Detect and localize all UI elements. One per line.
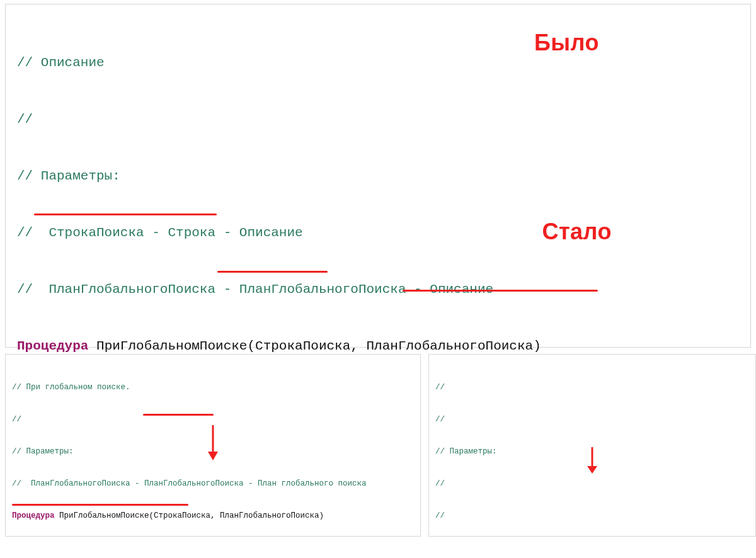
underline-annotation	[34, 214, 217, 215]
code-line: //	[17, 110, 739, 129]
svg-marker-1	[208, 452, 218, 460]
underline-annotation	[217, 271, 328, 273]
code-line: //	[435, 382, 749, 393]
example-panel-left: // При глобальном поиске. // // Параметр…	[5, 354, 421, 537]
code-line: // Описание	[17, 54, 739, 72]
example-panel-right: // // // Параметры: // // // СтрокаПоиск…	[428, 354, 756, 537]
code-line: // ПланГлобальногоПоиска - ПланГлобально…	[17, 280, 739, 299]
code-line: //	[435, 511, 749, 521]
keyword: Процедура	[17, 339, 88, 353]
code-line: //	[435, 414, 749, 425]
comparison-panel-big: Было // Описание // // Параметры: // Стр…	[5, 4, 751, 348]
keyword: Процедура	[12, 511, 55, 520]
code-line: Процедура ПриГлобальномПоиске(СтрокаПоис…	[12, 511, 414, 521]
svg-marker-3	[587, 466, 597, 474]
code-line: // При глобальном поиске.	[12, 382, 414, 393]
code-line: //	[435, 479, 749, 489]
label-became: Стало	[542, 219, 612, 245]
signature: ПриГлобальномПоиске(СтрокаПоиска, ПланГл…	[55, 511, 324, 520]
underline-annotation	[143, 414, 214, 416]
arrow-down-icon	[205, 424, 220, 462]
underline-annotation	[403, 290, 598, 292]
code-line: // Параметры:	[17, 167, 739, 186]
code-line: // ПланГлобальногоПоиска - ПланГлобально…	[12, 479, 414, 489]
code-before: // Описание // // Параметры: // СтрокаПо…	[17, 16, 739, 394]
signature: ПриГлобальномПоиске(СтрокаПоиска, ПланГл…	[88, 339, 541, 353]
arrow-down-icon	[585, 446, 600, 475]
code-line: // СтрокаПоиска - Строка - Описание	[17, 224, 739, 242]
underline-annotation	[12, 504, 188, 506]
label-was: Было	[534, 30, 599, 56]
code-line: Процедура ПриГлобальномПоиске(СтрокаПоис…	[17, 337, 739, 356]
